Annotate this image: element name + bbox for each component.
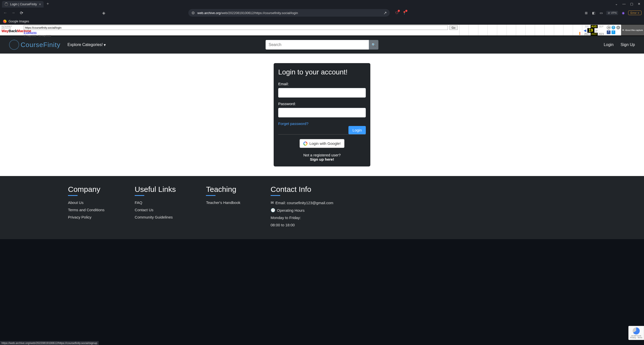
- forget-password-link[interactable]: Forget password?: [278, 121, 308, 126]
- sidebar-icon[interactable]: ◧: [591, 10, 596, 15]
- browser-toolbar: ← → ⟳ ◈ ⚙ web.archive.org/web/2022081910…: [0, 8, 644, 18]
- email-field[interactable]: [278, 88, 366, 98]
- wayback-icons: ◔ ? ✕ f t: [606, 25, 621, 35]
- close-wayback-icon[interactable]: ✕: [616, 26, 620, 29]
- recaptcha-badge[interactable]: reCAPTCHA Privacy - Terms: [628, 326, 644, 340]
- footer-link[interactable]: Contact Us: [135, 208, 176, 212]
- google-icon: [303, 142, 307, 146]
- footer-link[interactable]: Community Guidelines: [135, 215, 176, 219]
- site-settings-icon[interactable]: ⚙: [191, 11, 195, 15]
- curr-month: AUG: [591, 25, 598, 28]
- extensions-icon[interactable]: ⊞: [584, 10, 589, 15]
- footer-link[interactable]: FAQ: [135, 200, 176, 205]
- captures-link[interactable]: 3 captures: [24, 31, 37, 34]
- site-logo[interactable]: CourseFinity: [9, 40, 60, 50]
- search-input[interactable]: [266, 40, 369, 50]
- next-capture-icon: ▶: [595, 28, 598, 32]
- footer-link[interactable]: Terms and Conditions: [68, 208, 104, 212]
- reload-button[interactable]: ⟳: [19, 11, 24, 15]
- wallet-icon[interactable]: ▭: [599, 10, 604, 15]
- help-icon[interactable]: ?: [612, 26, 615, 29]
- prev-year[interactable]: 2021: [584, 33, 591, 35]
- error-badge[interactable]: Error ≡: [628, 11, 641, 15]
- search-icon: 🔍: [372, 43, 376, 47]
- tracker-icon[interactable]: 📍: [402, 10, 407, 15]
- new-tab-button[interactable]: +: [47, 2, 49, 6]
- footer-heading: Company: [68, 185, 104, 194]
- wayback-toolbar: INTERNET ARCHIVE WayBackMachine Go 3 cap…: [0, 25, 644, 36]
- footer-useful: Useful Links FAQ Contact Us Community Gu…: [135, 185, 176, 230]
- url-text: web.archive.org/web/20220819100612/https…: [197, 11, 381, 15]
- wayback-url-input[interactable]: [24, 25, 448, 30]
- password-field[interactable]: [278, 108, 366, 117]
- about-capture[interactable]: ▼ About this capture: [621, 25, 644, 35]
- window-controls: ⌄ ― ▢ ✕: [615, 2, 644, 6]
- divider: [278, 134, 366, 135]
- footer-link[interactable]: About Us: [68, 200, 104, 205]
- forward-button[interactable]: →: [11, 11, 16, 15]
- address-bar[interactable]: ⚙ web.archive.org/web/20220819100612/htt…: [188, 9, 390, 17]
- maximize-icon[interactable]: ▢: [630, 2, 633, 6]
- open-external-icon[interactable]: ↗: [383, 11, 387, 15]
- prev-capture-icon[interactable]: ◀: [584, 28, 586, 32]
- chevron-down-icon: ▾: [104, 42, 106, 47]
- footer-link[interactable]: Privacy Policy: [68, 215, 104, 219]
- shield-icon[interactable]: 🛡: [394, 10, 399, 15]
- graph-icon[interactable]: ◔: [607, 26, 611, 29]
- loading-spinner-icon: [5, 3, 8, 6]
- footer-company: Company About Us Terms and Conditions Pr…: [68, 185, 104, 230]
- vpn-badge[interactable]: ⊘ VPN: [606, 11, 618, 15]
- google-favicon-icon: [3, 20, 7, 23]
- footer-heading: Teaching: [206, 185, 240, 194]
- login-card: Login to your account! Email: Password: …: [274, 63, 370, 166]
- site-footer: Company About Us Terms and Conditions Pr…: [0, 176, 644, 239]
- tab-title: Login | CourseFinity: [10, 3, 37, 6]
- next-month[interactable]: SEP: [598, 25, 605, 28]
- logo-icon: [9, 40, 19, 50]
- curr-year: 2022: [591, 33, 598, 35]
- bookmarks-bar: Google Images: [0, 18, 644, 25]
- capture-range: 17 Aug 2022 - 19 Aug 2022: [24, 34, 458, 37]
- footer-contact: Contact Info ✉ Email: coursefinity123@gm…: [271, 185, 333, 230]
- status-bar: https://web.archive.org/web/202208191006…: [0, 341, 99, 345]
- explore-dropdown[interactable]: Explore Categories! ▾: [67, 42, 106, 47]
- chevron-down-icon[interactable]: ⌄: [615, 2, 618, 6]
- nav-signup-link[interactable]: Sign Up: [621, 42, 635, 47]
- footer-heading: Useful Links: [135, 185, 176, 194]
- profile-icon[interactable]: ◉: [621, 10, 626, 15]
- email-label: Email:: [278, 82, 366, 86]
- wayback-calendar: JUL AUG SEP ◀ 19 ▶ 2021 2022 2023: [583, 25, 606, 35]
- close-tab-icon[interactable]: ×: [39, 2, 41, 6]
- main-content: Login to your account! Email: Password: …: [0, 54, 644, 176]
- login-title: Login to your account!: [278, 68, 366, 76]
- wayback-go-button[interactable]: Go: [449, 25, 458, 30]
- nav-login-link[interactable]: Login: [604, 42, 614, 47]
- capture-day: 19: [587, 28, 594, 33]
- prev-month[interactable]: JUL: [584, 25, 591, 28]
- browser-tab[interactable]: Login | CourseFinity ×: [2, 1, 44, 8]
- footer-heading: Contact Info: [271, 185, 333, 194]
- wayback-timeline[interactable]: [459, 25, 583, 35]
- back-button[interactable]: ←: [3, 11, 8, 15]
- signup-prompt: Not a registered user? Sign up here!: [278, 153, 366, 161]
- bookmark-item[interactable]: Google Images: [9, 20, 29, 23]
- close-window-icon[interactable]: ✕: [638, 2, 640, 6]
- bookmark-icon[interactable]: ◈: [102, 11, 105, 15]
- wayback-logo[interactable]: INTERNET ARCHIVE WayBackMachine: [0, 25, 22, 35]
- browser-tab-bar: Login | CourseFinity × + ⌄ ― ▢ ✕: [0, 0, 644, 8]
- footer-link[interactable]: Teacher's Handbook: [206, 200, 240, 205]
- search-button[interactable]: 🔍: [369, 40, 378, 50]
- recaptcha-icon: [633, 327, 640, 334]
- next-year[interactable]: 2023: [598, 33, 605, 35]
- twitter-icon[interactable]: t: [612, 30, 615, 34]
- mail-icon: ✉: [271, 200, 274, 205]
- logo-text: CourseFinity: [21, 41, 60, 49]
- facebook-icon[interactable]: f: [607, 30, 611, 34]
- signup-here-link[interactable]: Sign up here!: [310, 157, 334, 161]
- clock-icon: 🕐: [271, 208, 275, 212]
- minimize-icon[interactable]: ―: [622, 2, 626, 6]
- google-login-button[interactable]: Login with Google!: [300, 139, 344, 148]
- site-navbar: CourseFinity Explore Categories! ▾ 🔍 Log…: [0, 36, 644, 54]
- footer-teaching: Teaching Teacher's Handbook: [206, 185, 240, 230]
- login-button[interactable]: Login: [348, 126, 366, 134]
